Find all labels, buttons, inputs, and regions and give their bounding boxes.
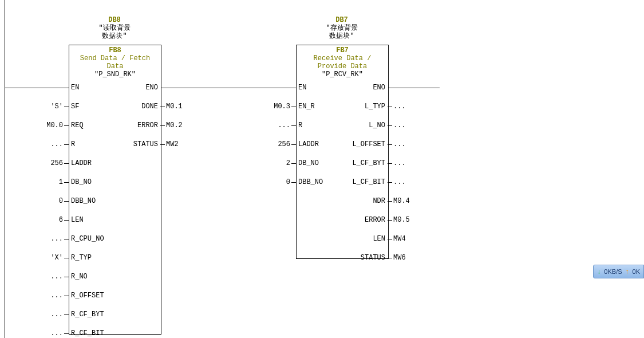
db8-text1: ″读取背景	[57, 24, 172, 32]
input-value-dbb_no: 0	[250, 178, 290, 186]
input-port-r_typ: R_TYP	[71, 254, 117, 262]
input-value-sf: 'S'	[23, 103, 63, 111]
pin-line	[160, 125, 165, 126]
input-port-r_no: R_NO	[71, 273, 117, 281]
pin-line	[64, 107, 69, 107]
pin-line	[291, 163, 296, 164]
input-value-len: 6	[23, 216, 63, 224]
pin-line	[64, 258, 69, 258]
output-port-error: ERROR	[339, 216, 385, 224]
input-port-req: REQ	[71, 121, 117, 129]
pin-line	[291, 144, 296, 145]
db7-text2: 数据块″	[285, 32, 399, 40]
output-value-status: MW6	[393, 254, 433, 262]
pin-line	[64, 333, 69, 334]
pin-line	[160, 144, 165, 145]
input-port-en_r: EN_R	[298, 103, 344, 111]
pin-line	[388, 144, 392, 145]
output-value-l_cf_byt: ...	[393, 159, 433, 167]
left-power-rail	[5, 0, 5, 338]
input-value-r: ...	[23, 140, 63, 148]
output-port-eno: ENO	[339, 84, 385, 92]
fb8-sub1: Send Data / Fetch	[69, 54, 161, 62]
input-port-en: EN	[298, 84, 344, 92]
output-value-error: M0.5	[393, 216, 433, 224]
pin-line	[160, 107, 165, 107]
pin-line	[388, 258, 392, 258]
output-value-l_typ: ...	[393, 103, 433, 111]
pin-line	[64, 182, 69, 183]
pin-line	[64, 296, 69, 296]
fb8-sub2: Data	[69, 62, 161, 70]
output-value-l_cf_bit: ...	[393, 178, 433, 186]
input-value-r: ...	[250, 121, 290, 129]
pin-line	[388, 220, 392, 221]
output-value-l_no: ...	[393, 121, 433, 129]
input-port-r: R	[298, 121, 344, 129]
input-port-r_cf_byt: R_CF_BYT	[71, 311, 117, 319]
upload-speed: 0K	[633, 268, 640, 275]
input-port-db_no: DB_NO	[71, 178, 117, 186]
input-value-laddr: 256	[250, 140, 290, 148]
upload-arrow-icon: ↑	[626, 268, 629, 276]
pin-line	[64, 125, 69, 126]
fb8-inst: ″P_SND_RK″	[69, 70, 161, 80]
download-speed: 0KB/S	[604, 268, 622, 275]
pin-line	[64, 315, 69, 315]
pin-line	[388, 201, 392, 202]
output-port-l_cf_byt: L_CF_BYT	[339, 159, 385, 167]
input-port-db_no: DB_NO	[298, 159, 344, 167]
output-port-l_cf_bit: L_CF_BIT	[339, 178, 385, 186]
input-port-laddr: LADDR	[71, 159, 117, 167]
input-port-len: LEN	[71, 216, 117, 224]
input-value-db_no: 2	[250, 159, 290, 167]
pin-line	[388, 239, 392, 239]
pin-line	[291, 125, 296, 126]
db7-text1: ″存放背景	[285, 24, 399, 32]
input-value-r_cpu_no: ...	[23, 235, 63, 243]
output-port-ndr: NDR	[339, 197, 385, 205]
input-value-r_typ: 'X'	[23, 254, 63, 262]
output-port-eno: ENO	[112, 84, 158, 92]
input-port-sf: SF	[71, 103, 117, 111]
input-value-db_no: 1	[23, 178, 63, 186]
output-value-l_offset: ...	[393, 140, 433, 148]
input-port-en: EN	[71, 84, 117, 92]
output-value-status: MW2	[166, 140, 206, 148]
output-port-l_offset: L_OFFSET	[339, 140, 385, 148]
fb7-inst: ″P_RCV_RK″	[297, 70, 388, 80]
input-port-laddr: LADDR	[298, 140, 344, 148]
network-monitor[interactable]: ↓ 0KB/S ↑ 0K	[593, 265, 644, 278]
input-port-r: R	[71, 140, 117, 148]
input-value-r_cf_byt: ...	[23, 311, 63, 319]
input-port-r_cf_bit: R_CF_BIT	[71, 329, 117, 337]
ladder-canvas: DB8 ″读取背景 数据块″ FB8 Send Data / Fetch Dat…	[0, 0, 644, 338]
input-port-r_offset: R_OFFSET	[71, 292, 117, 300]
output-value-error: M0.2	[166, 121, 206, 129]
input-port-dbb_no: DBB_NO	[71, 197, 117, 205]
input-value-laddr: 256	[23, 159, 63, 167]
pin-line	[64, 144, 69, 145]
fb8-title: FB8	[69, 45, 161, 54]
rail-seg-1	[5, 88, 69, 88]
output-port-len: LEN	[339, 235, 385, 243]
output-value-ndr: M0.4	[393, 197, 433, 205]
output-port-l_no: L_NO	[339, 121, 385, 129]
input-value-r_no: ...	[23, 273, 63, 281]
db7-label: DB7	[285, 16, 399, 24]
input-value-req: M0.0	[23, 121, 63, 129]
input-port-r_cpu_no: R_CPU_NO	[71, 235, 117, 243]
pin-line	[388, 125, 392, 126]
db8-text2: 数据块″	[57, 32, 172, 40]
output-port-done: DONE	[112, 103, 158, 111]
input-value-dbb_no: 0	[23, 197, 63, 205]
pin-line	[64, 277, 69, 277]
output-port-l_typ: L_TYP	[339, 103, 385, 111]
output-port-error: ERROR	[112, 121, 158, 129]
fb7-block: FB7 Receive Data / Provide Data ″P_RCV_R…	[296, 45, 389, 259]
pin-line	[291, 107, 296, 107]
input-port-dbb_no: DBB_NO	[298, 178, 344, 186]
pin-line	[388, 107, 392, 107]
fb7-sub2: Provide Data	[297, 62, 388, 70]
input-value-en_r: M0.3	[250, 103, 290, 111]
